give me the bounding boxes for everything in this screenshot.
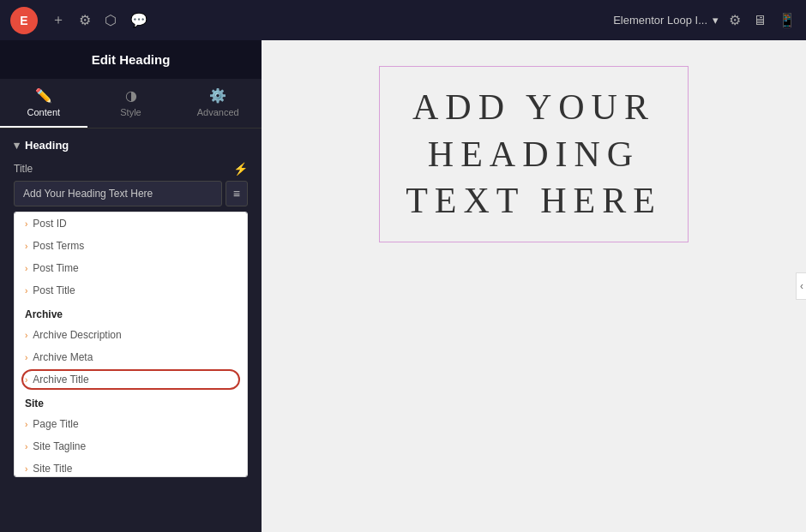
collapse-panel-btn[interactable]: ‹ (796, 272, 806, 300)
section-arrow: ▾ (14, 139, 20, 152)
comments-icon[interactable]: 💬 (130, 12, 147, 28)
add-icon[interactable]: ＋ (51, 11, 65, 29)
top-bar: E ＋ ⚙ ⬡ 💬 Elementor Loop I... ▾ ⚙ 🖥 📱 (0, 0, 806, 40)
arrow-icon: › (25, 264, 27, 273)
dropdown-item-page-title[interactable]: › Page Title (15, 413, 247, 435)
heading-preview: ADD YOUR HEADING TEXT HERE (379, 66, 689, 242)
dropdown-item-site-title[interactable]: › Site Title (15, 457, 247, 477)
main-layout: Edit Heading ✏️ Content ◑ Style ⚙️ Advan… (0, 40, 806, 532)
group-label-archive: Archive (15, 302, 247, 324)
desktop-icon[interactable]: 🖥 (753, 13, 767, 28)
content-tab-icon: ✏️ (35, 87, 52, 104)
arrow-icon: › (25, 286, 27, 296)
section-heading: ▾ Heading (14, 139, 248, 152)
arrow-icon: › (25, 464, 27, 474)
dropdown-list: › Post ID › Post Terms › Post Time › Pos… (14, 212, 248, 477)
right-content: ADD YOUR HEADING TEXT HERE ‹ (262, 40, 806, 532)
field-input-row: ≡ › Post ID › Post Terms › Post Time (14, 181, 248, 206)
page-title-bar[interactable]: Elementor Loop I... ▾ (613, 14, 719, 27)
advanced-tab-icon: ⚙️ (209, 87, 226, 104)
dropdown-item-post-terms[interactable]: › Post Terms (15, 235, 247, 257)
left-panel: Edit Heading ✏️ Content ◑ Style ⚙️ Advan… (0, 40, 262, 532)
dropdown-item-site-tagline[interactable]: › Site Tagline (15, 435, 247, 457)
panel-header: Edit Heading (0, 40, 262, 79)
panel-content: ▾ Heading Title ⚡ ≡ › Post ID › (0, 129, 262, 532)
panel-tabs: ✏️ Content ◑ Style ⚙️ Advanced (0, 79, 262, 129)
top-bar-actions: ⚙ 🖥 📱 (729, 12, 796, 28)
align-btn[interactable]: ≡ (226, 181, 248, 206)
arrow-icon: › (25, 375, 27, 385)
field-label-title: Title ⚡ (14, 162, 248, 176)
arrow-icon: › (25, 242, 27, 251)
tab-content[interactable]: ✏️ Content (0, 79, 87, 128)
dropdown-item-post-id[interactable]: › Post ID (15, 212, 247, 235)
dropdown-item-archive-title[interactable]: › Archive Title (15, 368, 247, 391)
dropdown-item-archive-description[interactable]: › Archive Description (15, 324, 247, 346)
dynamic-tag-icon[interactable]: ⚡ (233, 162, 248, 176)
arrow-icon: › (25, 331, 27, 340)
arrow-icon: › (25, 442, 27, 451)
layers-icon[interactable]: ⬡ (105, 12, 117, 28)
group-label-site: Site (15, 391, 247, 413)
arrow-icon: › (25, 219, 27, 229)
arrow-icon: › (25, 353, 27, 362)
filters-icon[interactable]: ⚙ (79, 12, 91, 28)
top-bar-center: Elementor Loop I... ▾ ⚙ 🖥 📱 (161, 12, 796, 28)
dropdown-item-post-title[interactable]: › Post Title (15, 279, 247, 302)
arrow-icon: › (25, 420, 27, 429)
title-input[interactable] (14, 181, 222, 206)
tab-style[interactable]: ◑ Style (87, 79, 175, 128)
style-tab-icon: ◑ (125, 87, 137, 104)
dropdown-item-post-time[interactable]: › Post Time (15, 257, 247, 279)
mobile-icon[interactable]: 📱 (779, 12, 796, 28)
dropdown-item-archive-meta[interactable]: › Archive Meta (15, 346, 247, 368)
tab-advanced[interactable]: ⚙️ Advanced (174, 79, 262, 128)
settings-icon[interactable]: ⚙ (729, 12, 741, 28)
heading-text: ADD YOUR HEADING TEXT HERE (406, 84, 662, 224)
elementor-logo[interactable]: E (10, 7, 38, 34)
